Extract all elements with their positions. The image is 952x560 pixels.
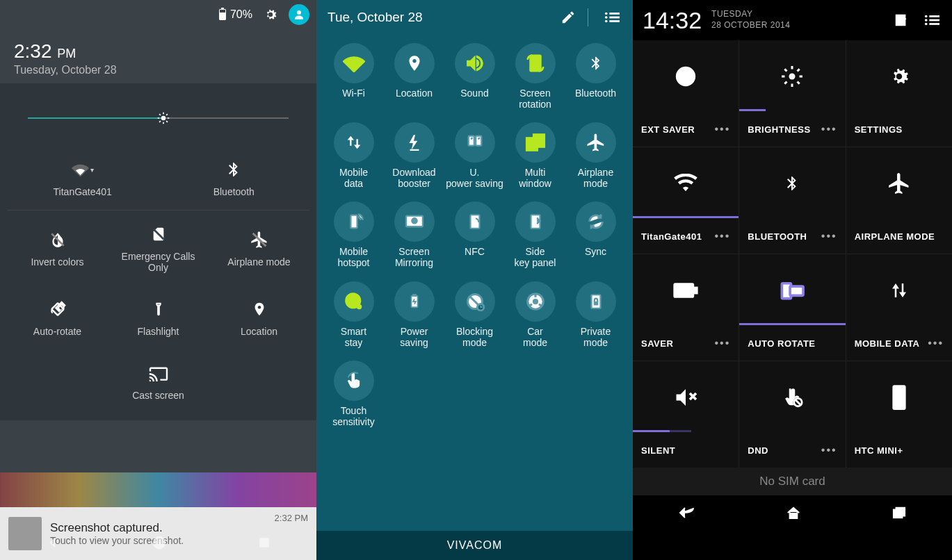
samsung-date[interactable]: Tue, October 28	[328, 10, 423, 25]
tile-label: NFC	[465, 246, 485, 268]
wifi-tile[interactable]: ▾ TitanGate401	[7, 146, 159, 211]
htc-tile-leaf[interactable]: EXT SAVER•••	[633, 40, 739, 147]
powersave-icon	[455, 122, 495, 163]
smartstay-icon	[334, 281, 374, 322]
qs-tiles-container: ▾ TitanGate401 Bluetooth Invert colors E…	[0, 83, 316, 420]
svg-point-41	[925, 23, 928, 26]
samsung-tile-nfc[interactable]: NFC	[444, 197, 505, 272]
samsung-tile-bluetooth[interactable]: Bluetooth	[565, 39, 626, 114]
edit-icon[interactable]	[556, 5, 581, 30]
htc-date-block[interactable]: TUESDAY28 OCTOBER 2014	[711, 9, 790, 31]
tile-label: DND	[748, 445, 768, 456]
dnd-icon	[739, 361, 845, 433]
samsung-tile-multiwin[interactable]: Multiwindow	[505, 118, 565, 193]
samsung-tile-mirror[interactable]: ScreenMirroring	[384, 197, 444, 272]
list-view-icon[interactable]	[921, 10, 942, 31]
more-dots-icon[interactable]: •••	[821, 123, 837, 135]
samsung-tile-smartstay[interactable]: Smartstay	[323, 277, 384, 352]
svg-point-44	[789, 73, 796, 79]
htc-tile-brightness[interactable]: BRIGHTNESS•••	[739, 40, 845, 147]
tile-label: Sync	[585, 246, 606, 268]
settings-icon[interactable]	[262, 6, 279, 23]
list-view-icon[interactable]	[599, 5, 624, 30]
samsung-tile-sync[interactable]: Sync	[565, 197, 626, 272]
screenshot-notification[interactable]: Screenshot captured. Touch to view your …	[0, 507, 316, 560]
tile-label: Bluetooth	[575, 88, 616, 110]
autorotate-tile[interactable]: Auto-rotate	[7, 286, 108, 349]
notification-subtitle: Touch to view your screenshot.	[50, 535, 266, 546]
location-tile[interactable]: Location	[209, 286, 309, 349]
htc-tile-autorotate[interactable]: AUTO ROTATE	[739, 254, 845, 361]
htc-tile-silent[interactable]: SILENT	[633, 361, 739, 468]
more-dots-icon[interactable]: •••	[928, 337, 944, 349]
notification-thumbnail	[8, 517, 42, 550]
svg-rect-16	[468, 136, 474, 146]
samsung-tile-car[interactable]: Carmode	[505, 277, 565, 352]
htc-tile-wifi[interactable]: TitanGate401•••	[633, 147, 739, 254]
more-dots-icon[interactable]: •••	[715, 337, 731, 349]
samsung-tile-powersave[interactable]: U.power saving	[444, 118, 505, 193]
samsung-tile-powersave2[interactable]: Powersaving	[384, 277, 444, 352]
svg-rect-28	[413, 294, 416, 295]
tile-label: Downloadbooster	[392, 167, 435, 189]
tile-label: AIRPLANE MODE	[855, 231, 935, 242]
samsung-tile-sound[interactable]: Sound	[444, 39, 505, 114]
more-dots-icon[interactable]: •••	[715, 123, 731, 135]
airplane-tile[interactable]: Airplane mode	[209, 211, 309, 286]
download-icon	[394, 122, 435, 163]
cast-tile[interactable]: Cast screen	[7, 349, 309, 413]
samsung-tile-hotspot[interactable]: Mobilehotspot	[323, 197, 384, 272]
sound-icon	[455, 43, 495, 83]
more-dots-icon[interactable]: •••	[821, 230, 837, 242]
home-icon[interactable]	[786, 506, 801, 520]
cellular-tile[interactable]: Emergency Calls Only	[108, 211, 209, 286]
recent-icon[interactable]	[892, 506, 907, 520]
battery-indicator: 70%	[219, 8, 252, 21]
samsung-tile-touch[interactable]: Touchsensitivity	[323, 356, 384, 431]
htc-tile-airplane[interactable]: AIRPLANE MODE	[846, 147, 952, 254]
invert-colors-tile[interactable]: Invert colors	[7, 211, 108, 286]
tile-label: Privatemode	[581, 326, 611, 348]
edit-icon[interactable]	[891, 10, 912, 31]
profile-avatar[interactable]	[289, 4, 309, 25]
htc-tile-gear[interactable]: SETTINGS	[846, 40, 952, 147]
svg-point-37	[925, 15, 928, 18]
samsung-tile-location[interactable]: Location	[384, 39, 444, 114]
brightness-slider[interactable]	[28, 111, 289, 125]
cast-icon	[147, 362, 170, 384]
clock-time: 2:32 PM	[14, 40, 302, 63]
htc-clock[interactable]: 14:32	[643, 7, 702, 34]
htc-tile-saver[interactable]: SAVER•••	[633, 254, 739, 361]
flashlight-tile[interactable]: Flashlight	[108, 286, 209, 349]
cellular-label: Emergency Calls Only	[111, 251, 205, 273]
htc-tile-dnd[interactable]: DND•••	[739, 361, 845, 468]
leaf-icon	[633, 40, 739, 112]
time-date-block[interactable]: 2:32 PM Tuesday, October 28	[0, 29, 316, 83]
tile-label: Powersaving	[400, 326, 428, 348]
brightness-thumb-icon[interactable]	[156, 111, 170, 125]
htc-tile-mobiledata[interactable]: MOBILE DATA•••	[846, 254, 952, 361]
samsung-tile-download[interactable]: Downloadbooster	[384, 118, 444, 193]
htc-tile-htcmini[interactable]: HTC MINI+	[846, 361, 952, 468]
samsung-tile-blocking[interactable]: Blockingmode	[444, 277, 505, 352]
samsung-tile-screenrot[interactable]: Screenrotation	[505, 39, 565, 114]
more-dots-icon[interactable]: •••	[715, 230, 731, 242]
samsung-tile-sidekey[interactable]: Sidekey panel	[505, 197, 565, 272]
htc-tile-bluetooth[interactable]: BLUETOOTH•••	[739, 147, 845, 254]
samsung-tile-mobiledata[interactable]: Mobiledata	[323, 118, 384, 193]
svg-point-39	[925, 19, 928, 22]
bluetooth-tile[interactable]: Bluetooth	[159, 146, 310, 211]
airplane-label: Airplane mode	[227, 256, 290, 267]
samsung-tile-airplane[interactable]: Airplanemode	[565, 118, 626, 193]
tile-label: Sidekey panel	[515, 246, 556, 268]
more-dots-icon[interactable]: •••	[821, 444, 837, 456]
back-icon[interactable]	[678, 506, 696, 520]
nfc-icon	[455, 201, 495, 242]
bluetooth-icon	[576, 43, 616, 83]
svg-point-56	[896, 403, 898, 405]
blocking-icon	[455, 281, 495, 322]
samsung-tile-wifi[interactable]: Wi-Fi	[323, 39, 384, 114]
tile-label: Airplanemode	[578, 167, 613, 189]
location-icon	[394, 43, 435, 83]
samsung-tile-private[interactable]: Privatemode	[565, 277, 626, 352]
